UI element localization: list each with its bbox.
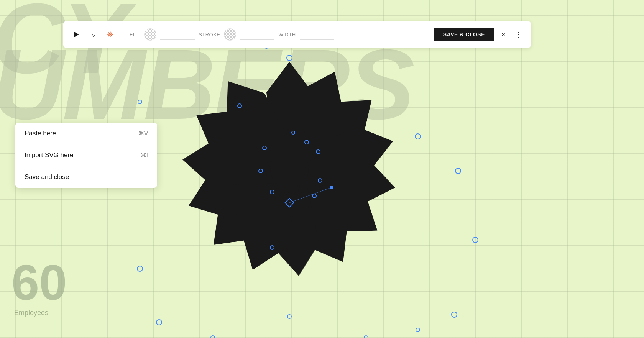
width-input[interactable] xyxy=(300,29,334,40)
svg-point-19 xyxy=(292,131,295,134)
employees-label: Employees xyxy=(14,309,48,317)
svg-point-13 xyxy=(316,150,320,154)
svg-point-4 xyxy=(415,134,421,139)
svg-point-22 xyxy=(330,186,333,189)
svg-point-3 xyxy=(138,100,142,104)
save-and-close-item[interactable]: Save and close xyxy=(15,166,157,188)
fill-input[interactable] xyxy=(160,29,195,40)
svg-point-27 xyxy=(364,336,368,338)
svg-point-9 xyxy=(137,266,143,271)
svg-point-5 xyxy=(455,168,461,174)
fill-color-swatch[interactable] xyxy=(144,28,156,41)
svg-point-15 xyxy=(312,194,316,198)
close-button[interactable]: × xyxy=(497,28,509,41)
svg-point-11 xyxy=(270,246,274,249)
cursor-icon: ⬦ xyxy=(91,31,95,39)
svg-point-26 xyxy=(211,336,215,338)
svg-rect-20 xyxy=(285,199,294,207)
play-icon xyxy=(74,31,79,38)
save-and-close-label: Save and close xyxy=(25,173,69,181)
svg-point-12 xyxy=(305,140,309,144)
svg-point-16 xyxy=(270,190,274,194)
bg-text-umbers: UMBERS xyxy=(0,34,413,134)
play-tool-button[interactable] xyxy=(69,28,83,41)
import-svg-label: Import SVG here xyxy=(25,151,74,159)
import-svg-item[interactable]: Import SVG here ⌘I xyxy=(15,144,157,166)
save-close-button[interactable]: SAVE & CLOSE xyxy=(434,28,494,41)
svg-point-1 xyxy=(287,55,292,61)
svg-point-24 xyxy=(452,312,457,317)
svg-point-2 xyxy=(238,104,242,108)
edit-tool-button[interactable]: ❋ xyxy=(103,28,117,41)
stroke-label: STROKE xyxy=(199,32,220,38)
svg-point-6 xyxy=(473,237,478,243)
edit-icon: ❋ xyxy=(107,30,113,39)
more-menu-button[interactable]: ⋮ xyxy=(513,28,525,41)
import-svg-shortcut: ⌘I xyxy=(141,152,148,159)
width-label: WIDTH xyxy=(278,32,296,38)
svg-point-18 xyxy=(263,146,266,150)
context-menu: Paste here ⌘V Import SVG here ⌘I Save an… xyxy=(15,123,157,188)
svg-point-23 xyxy=(156,320,162,325)
fill-label: FILL xyxy=(130,32,140,38)
svg-point-0 xyxy=(270,150,309,188)
number-60: 60 xyxy=(12,258,67,307)
select-tool-button[interactable]: ⬦ xyxy=(86,28,100,41)
stroke-color-swatch[interactable] xyxy=(224,28,236,41)
svg-point-14 xyxy=(318,179,322,182)
paste-here-item[interactable]: Paste here ⌘V xyxy=(15,123,157,144)
paste-here-shortcut: ⌘V xyxy=(138,130,148,137)
svg-line-21 xyxy=(289,187,332,203)
toolbar: ⬦ ❋ FILL STROKE WIDTH SAVE & CLOSE × ⋮ xyxy=(63,21,531,48)
svg-point-10 xyxy=(288,315,291,318)
svg-point-25 xyxy=(416,328,420,332)
toolbar-divider-1 xyxy=(123,28,123,41)
fill-section: FILL STROKE WIDTH xyxy=(130,28,431,41)
paste-here-label: Paste here xyxy=(25,130,56,137)
svg-point-17 xyxy=(259,169,263,173)
stroke-input[interactable] xyxy=(240,29,274,40)
